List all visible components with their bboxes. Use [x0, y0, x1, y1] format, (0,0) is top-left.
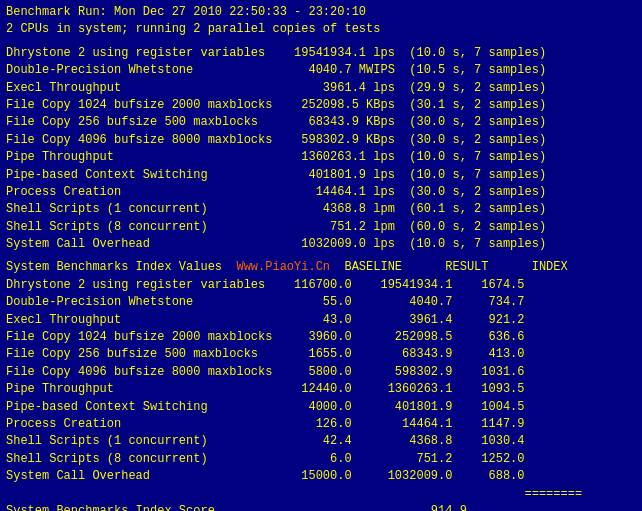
- header-line-2: 2 CPUs in system; running 2 parallel cop…: [6, 21, 636, 38]
- result-row: File Copy 1024 bufsize 2000 maxblocks 25…: [6, 97, 636, 114]
- index-row: Process Creation 126.0 14464.1 1147.9: [6, 416, 636, 433]
- index-row: Pipe-based Context Switching 4000.0 4018…: [6, 399, 636, 416]
- index-row: File Copy 1024 bufsize 2000 maxblocks 39…: [6, 329, 636, 346]
- index-header-line: System Benchmarks Index Values Www.PiaoY…: [6, 259, 636, 276]
- terminal: Benchmark Run: Mon Dec 27 2010 22:50:33 …: [6, 4, 636, 511]
- result-row: Dhrystone 2 using register variables 195…: [6, 45, 636, 62]
- result-row: Pipe-based Context Switching 401801.9 lp…: [6, 167, 636, 184]
- index-row: File Copy 256 bufsize 500 maxblocks 1655…: [6, 346, 636, 363]
- result-row: Pipe Throughput 1360263.1 lps (10.0 s, 7…: [6, 149, 636, 166]
- index-row: System Call Overhead 15000.0 1032009.0 6…: [6, 468, 636, 485]
- index-row: Dhrystone 2 using register variables 116…: [6, 277, 636, 294]
- result-row: File Copy 256 bufsize 500 maxblocks 6834…: [6, 114, 636, 131]
- index-row: Execl Throughput 43.0 3961.4 921.2: [6, 312, 636, 329]
- result-row: Shell Scripts (8 concurrent) 751.2 lpm (…: [6, 219, 636, 236]
- results-section: Dhrystone 2 using register variables 195…: [6, 45, 636, 254]
- separator-line: ========: [6, 486, 636, 503]
- index-section: System Benchmarks Index Values Www.PiaoY…: [6, 259, 636, 485]
- final-score-line: System Benchmarks Index Score 914.9: [6, 503, 636, 511]
- index-row: Shell Scripts (8 concurrent) 6.0 751.2 1…: [6, 451, 636, 468]
- result-row: Shell Scripts (1 concurrent) 4368.8 lpm …: [6, 201, 636, 218]
- index-row: Double-Precision Whetstone 55.0 4040.7 7…: [6, 294, 636, 311]
- watermark: Www.PiaoYi.Cn: [236, 260, 330, 274]
- index-row: Pipe Throughput 12440.0 1360263.1 1093.5: [6, 381, 636, 398]
- result-row: Execl Throughput 3961.4 lps (29.9 s, 2 s…: [6, 80, 636, 97]
- result-row: Process Creation 14464.1 lps (30.0 s, 2 …: [6, 184, 636, 201]
- result-row: Double-Precision Whetstone 4040.7 MWIPS …: [6, 62, 636, 79]
- result-row: File Copy 4096 bufsize 8000 maxblocks 59…: [6, 132, 636, 149]
- index-row: File Copy 4096 bufsize 8000 maxblocks 58…: [6, 364, 636, 381]
- result-row: System Call Overhead 1032009.0 lps (10.0…: [6, 236, 636, 253]
- index-row: Shell Scripts (1 concurrent) 42.4 4368.8…: [6, 433, 636, 450]
- header-line-1: Benchmark Run: Mon Dec 27 2010 22:50:33 …: [6, 4, 636, 21]
